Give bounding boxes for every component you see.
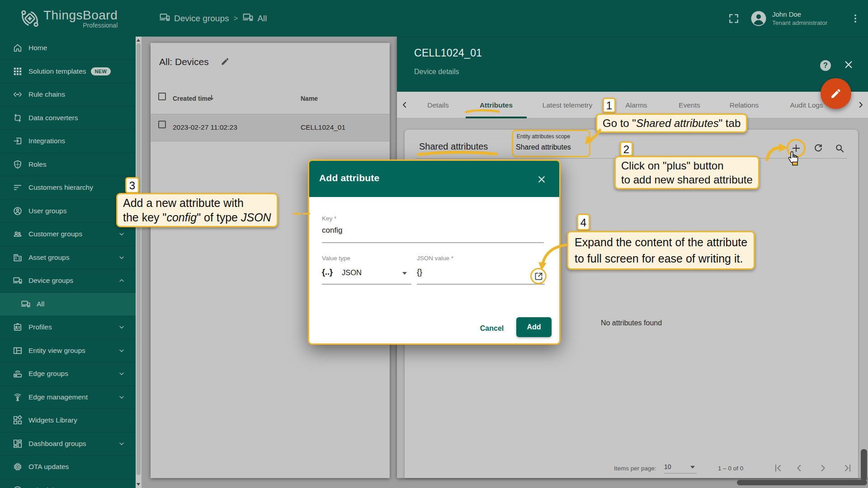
sidebar-item-all[interactable]: All [0, 293, 136, 316]
brand-edition: Professional [43, 22, 118, 29]
sidebar-item-label: Roles [28, 160, 47, 169]
sidebar-item-entity-view-groups[interactable]: Entity view groups [0, 339, 136, 363]
sidebar-item-rule-chains[interactable]: Rule chains [0, 83, 136, 107]
chevron-down-icon [118, 347, 126, 355]
row-checkbox[interactable] [158, 121, 166, 128]
tabs-scroll-left-icon[interactable] [401, 101, 409, 109]
value-type-select[interactable]: JSON [342, 268, 362, 277]
table-row[interactable]: 2023-02-27 11:02:23 CELL1024_01 [151, 114, 390, 141]
chevron-down-icon [118, 323, 126, 331]
scroll-down-arrow[interactable] [137, 483, 140, 486]
add-attribute-dialog: Add attribute Key * config Value type {.… [308, 160, 561, 345]
breadcrumb-item-device-groups[interactable]: Device groups [159, 12, 229, 25]
previous-page-icon[interactable] [794, 463, 804, 473]
sidebar-item-asset-groups[interactable]: Asset groups [0, 246, 136, 270]
callout-4-text: Expand the content of the attributeto fu… [567, 231, 755, 270]
cancel-button[interactable]: Cancel [473, 320, 511, 337]
attributes-heading: Shared attributes [419, 141, 488, 152]
edge-management-icon [13, 392, 23, 402]
sidebar-item-label: All [37, 300, 44, 308]
new-badge: NEW [91, 67, 111, 75]
sidebar-item-ota-updates[interactable]: OTA updates [0, 455, 136, 479]
sort-descending-icon[interactable] [208, 94, 216, 102]
items-per-page-label: Items per page: [614, 465, 656, 472]
user-info[interactable]: John Doe Tenant administrator [772, 10, 840, 26]
last-page-icon[interactable] [843, 463, 853, 473]
sidebar-item-edge-management[interactable]: Edge management [0, 386, 136, 409]
page-size-select[interactable]: 10 [664, 463, 697, 474]
column-header-created-time[interactable]: Created time [173, 95, 211, 102]
sidebar-item-customers-hierarchy[interactable]: Customers hierarchy [0, 176, 136, 200]
first-page-icon[interactable] [773, 463, 783, 473]
scope-select-value[interactable]: Shared attributes [516, 143, 571, 151]
sidebar-scrollbar[interactable] [136, 37, 142, 488]
json-type-icon: {..} [322, 267, 333, 277]
add-button[interactable]: Add [516, 317, 552, 337]
refresh-icon[interactable] [813, 143, 823, 153]
sidebar-item-label: Integrations [28, 137, 65, 145]
sidebar-item-data-converters[interactable]: Data converters [0, 107, 136, 130]
select-all-checkbox[interactable] [158, 93, 166, 100]
customer-groups-icon [13, 229, 23, 239]
device-groups-icon [13, 276, 23, 286]
avatar[interactable] [750, 10, 767, 27]
callout-1-number: 1 [603, 98, 616, 113]
edit-device-fab[interactable] [821, 78, 851, 109]
tab-attributes[interactable]: Attributes [466, 92, 527, 118]
add-attribute-plus-button[interactable] [791, 143, 801, 153]
sidebar-item-edge-groups[interactable]: Edge groups [0, 362, 136, 386]
callout-3-number: 3 [125, 177, 139, 193]
sidebar-item-user-groups[interactable]: User groups [0, 200, 136, 223]
json-value-input[interactable]: {} [417, 267, 422, 277]
search-icon[interactable] [835, 143, 844, 153]
close-icon[interactable] [537, 175, 546, 184]
sidebar-item-label: Scheduler [28, 486, 60, 488]
next-page-icon[interactable] [818, 463, 828, 473]
close-icon[interactable] [844, 60, 854, 70]
sidebar-item-home[interactable]: Home [0, 37, 136, 60]
sidebar-item-customer-groups[interactable]: Customer groups [0, 223, 136, 246]
input-underline [417, 284, 545, 285]
scroll-up-arrow[interactable] [137, 39, 140, 42]
horizontal-scrollbar-thumb[interactable] [737, 480, 867, 485]
device-groups-icon [159, 12, 170, 25]
help-icon[interactable]: ? [820, 60, 831, 71]
column-header-name[interactable]: Name [301, 95, 318, 102]
sidebar-item-widgets-library[interactable]: Widgets Library [0, 409, 136, 432]
json-value-label: JSON value * [417, 255, 453, 262]
pagination-bar: Items per page: 10 1 – 0 of 0 [405, 460, 858, 478]
tab-latest-telemetry[interactable]: Latest telemetry [527, 92, 608, 118]
rule-chains-icon [13, 89, 23, 99]
key-field-input[interactable]: config [322, 226, 342, 235]
sidebar-item-label: Solution templates [28, 67, 86, 75]
edit-pencil-icon[interactable] [221, 57, 230, 66]
tabs-scroll-right-icon[interactable] [857, 101, 865, 109]
dashboard-groups-icon [13, 439, 23, 449]
input-underline [322, 242, 544, 243]
sidebar-item-integrations[interactable]: Integrations [0, 130, 136, 153]
sidebar-item-label: Data converters [28, 114, 78, 122]
roles-icon [13, 160, 23, 169]
sidebar-item-dashboard-groups[interactable]: Dashboard groups [0, 432, 136, 456]
integrations-icon [13, 136, 23, 146]
sidebar-item-roles[interactable]: Roles [0, 153, 136, 177]
fullscreen-icon[interactable] [728, 13, 740, 24]
thingsboard-logo-icon [20, 9, 40, 28]
callout-4-number: 4 [577, 214, 590, 230]
vertical-scrollbar-thumb[interactable] [861, 449, 867, 481]
tab-details[interactable]: Details [410, 92, 466, 118]
scrollbar-thumb[interactable] [137, 43, 141, 475]
breadcrumb-label: Device groups [174, 14, 229, 23]
sidebar-item-scheduler[interactable]: Scheduler [0, 479, 136, 488]
breadcrumb-item-all[interactable]: All [242, 12, 267, 25]
chevron-down-icon [118, 253, 126, 262]
sidebar-item-solution-templates[interactable]: Solution templatesNEW [0, 60, 136, 84]
expand-fullscreen-icon[interactable] [534, 272, 543, 281]
chevron-down-icon [118, 393, 126, 401]
sidebar-item-label: Customers hierarchy [28, 183, 93, 192]
table-divider [151, 141, 390, 141]
more-vert-icon[interactable] [850, 13, 861, 24]
sidebar-item-device-groups[interactable]: Device groups [0, 269, 136, 293]
logo[interactable]: ThingsBoard Professional [20, 5, 136, 33]
sidebar-item-profiles[interactable]: Profiles [0, 316, 136, 339]
